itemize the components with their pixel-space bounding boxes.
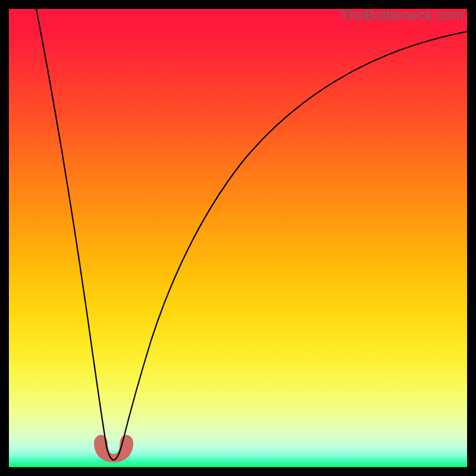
chart-frame: TheBottleneck.com [0, 0, 476, 476]
watermark-text: TheBottleneck.com [340, 7, 464, 24]
bottleneck-curve [9, 9, 467, 467]
plot-area [9, 9, 467, 467]
